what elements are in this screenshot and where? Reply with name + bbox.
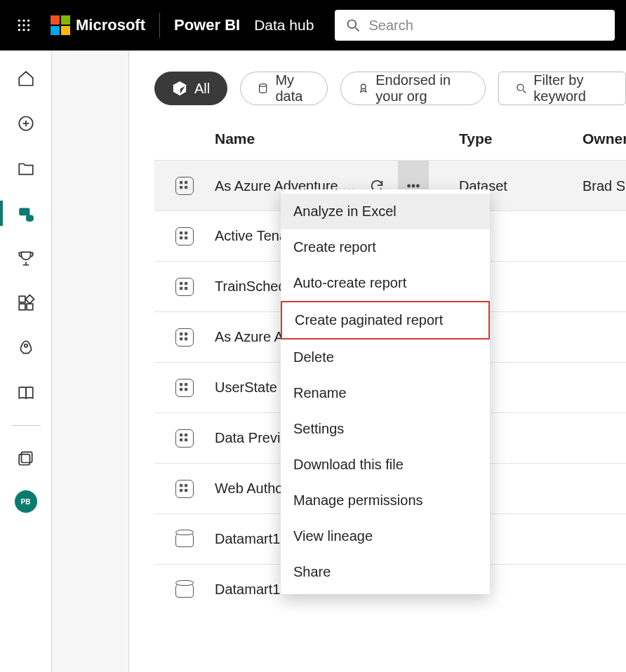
row-type-icon: [154, 227, 215, 246]
brand-text: Microsoft: [76, 16, 145, 34]
svg-point-23: [260, 84, 267, 87]
column-header-owner[interactable]: Owner: [582, 130, 626, 147]
svg-point-28: [413, 185, 415, 187]
search-input[interactable]: [368, 18, 604, 34]
svg-point-3: [18, 24, 20, 26]
app-launcher-icon[interactable]: [11, 13, 36, 38]
svg-point-27: [408, 185, 410, 187]
row-owner: Brad S: [582, 178, 626, 194]
top-header: Microsoft Power BI Data hub: [0, 0, 626, 51]
svg-point-29: [417, 185, 419, 187]
user-avatar[interactable]: PB: [15, 490, 37, 513]
search-icon: [346, 18, 360, 33]
filter-chip-all[interactable]: All: [154, 72, 227, 105]
row-type-icon: [154, 328, 215, 347]
context-menu: Analyze in ExcelCreate reportAuto-create…: [281, 189, 490, 594]
left-nav-rail: PB: [0, 51, 52, 672]
svg-point-9: [348, 20, 357, 28]
svg-rect-19: [27, 304, 33, 310]
page-title[interactable]: Data hub: [254, 17, 314, 34]
context-menu-item[interactable]: Create paginated report: [281, 301, 490, 340]
nav-apps[interactable]: [12, 290, 40, 316]
app-name[interactable]: Power BI: [174, 16, 240, 34]
svg-rect-21: [21, 452, 32, 462]
svg-point-2: [27, 20, 29, 22]
nav-browse[interactable]: [12, 156, 40, 181]
row-type-icon: [154, 177, 215, 195]
nav-home[interactable]: [12, 66, 40, 91]
row-type-icon: [154, 582, 215, 598]
row-name: Datamart1: [215, 531, 286, 547]
filter-chip-my-data[interactable]: My data: [240, 72, 327, 105]
svg-point-24: [361, 84, 365, 88]
context-menu-item[interactable]: View lineage: [281, 518, 490, 554]
nav-create[interactable]: [12, 111, 40, 136]
nav-data-hub[interactable]: [12, 201, 40, 226]
row-name: Datamart1: [215, 582, 286, 598]
chip-label: My data: [275, 72, 309, 105]
svg-point-5: [27, 24, 29, 26]
context-menu-item[interactable]: Auto-create report: [281, 265, 490, 301]
filter-by-keyword-button[interactable]: Filter by keyword: [498, 72, 626, 105]
context-menu-item[interactable]: Create report: [281, 229, 490, 265]
svg-point-20: [24, 344, 27, 347]
secondary-panel-collapsed: [52, 51, 129, 672]
microsoft-logo-icon: [51, 15, 70, 35]
svg-rect-16: [19, 296, 25, 302]
row-type-icon: [154, 379, 215, 397]
context-menu-item[interactable]: Download this file: [281, 447, 490, 483]
svg-rect-22: [19, 455, 29, 465]
rail-divider: [11, 425, 41, 426]
chip-label: Endorsed in your org: [375, 72, 468, 105]
svg-point-25: [517, 84, 524, 90]
microsoft-logo[interactable]: Microsoft: [51, 15, 145, 35]
svg-point-4: [22, 24, 25, 26]
context-menu-item[interactable]: Manage permissions: [281, 483, 490, 518]
svg-point-7: [22, 29, 25, 31]
nav-learn[interactable]: [12, 380, 40, 405]
row-type-icon: [154, 532, 215, 547]
context-menu-item[interactable]: Delete: [281, 340, 490, 375]
filter-chip-endorsed[interactable]: Endorsed in your org: [340, 72, 486, 105]
table-header-row: Name Type Owner: [154, 130, 626, 160]
svg-rect-17: [25, 295, 34, 303]
database-icon: [258, 81, 268, 96]
chip-label: Filter by keyword: [533, 72, 608, 105]
nav-workspaces[interactable]: [12, 445, 40, 471]
svg-point-8: [27, 29, 29, 31]
column-header-type[interactable]: Type: [459, 130, 582, 147]
svg-line-10: [356, 27, 359, 31]
nav-deployment[interactable]: [12, 335, 40, 361]
row-name: UserState: [215, 379, 283, 396]
svg-point-1: [22, 20, 25, 22]
filter-chip-row: All My data Endorsed in your org Filter …: [154, 72, 626, 105]
search-icon: [516, 81, 527, 96]
svg-point-6: [18, 29, 20, 31]
cube-icon: [172, 81, 187, 96]
context-menu-item[interactable]: Share: [281, 554, 490, 590]
svg-point-0: [18, 20, 20, 22]
svg-rect-14: [19, 208, 29, 215]
chip-label: All: [194, 81, 210, 97]
column-header-name[interactable]: Name: [215, 130, 459, 147]
divider: [159, 13, 160, 38]
svg-line-26: [523, 90, 526, 93]
context-menu-item[interactable]: Rename: [281, 375, 490, 411]
context-menu-item[interactable]: Analyze in Excel: [281, 194, 490, 229]
row-type-icon: [154, 480, 215, 498]
row-type-icon: [154, 429, 215, 448]
badge-icon: [358, 81, 369, 96]
svg-rect-18: [19, 304, 25, 310]
search-box[interactable]: [335, 10, 615, 41]
nav-metrics[interactable]: [12, 246, 40, 271]
row-type-icon: [154, 278, 215, 296]
context-menu-item[interactable]: Settings: [281, 411, 490, 447]
